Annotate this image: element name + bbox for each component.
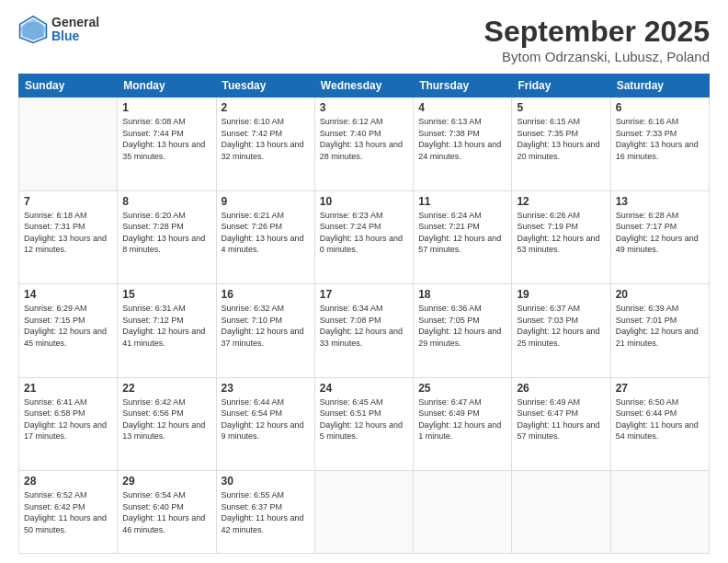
calendar-cell: 9Sunrise: 6:21 AM Sunset: 7:26 PM Daylig…: [216, 190, 314, 284]
logo: General Blue: [18, 15, 99, 44]
day-number: 19: [517, 288, 605, 301]
day-info: Sunrise: 6:49 AM Sunset: 6:47 PM Dayligh…: [517, 396, 605, 442]
day-number: 5: [517, 101, 605, 114]
day-number: 20: [616, 288, 704, 301]
day-info: Sunrise: 6:44 AM Sunset: 6:54 PM Dayligh…: [222, 396, 310, 442]
calendar-cell: 22Sunrise: 6:42 AM Sunset: 6:56 PM Dayli…: [118, 377, 216, 471]
day-number: 26: [517, 382, 605, 395]
calendar-cell: 17Sunrise: 6:34 AM Sunset: 7:08 PM Dayli…: [314, 284, 413, 378]
calendar-cell: [414, 471, 512, 554]
calendar-cell: 7Sunrise: 6:18 AM Sunset: 7:31 PM Daylig…: [19, 190, 118, 284]
day-number: 30: [222, 475, 310, 488]
day-info: Sunrise: 6:42 AM Sunset: 6:56 PM Dayligh…: [122, 396, 210, 442]
day-number: 2: [222, 101, 310, 114]
logo-text: General Blue: [51, 16, 99, 44]
weekday-header-sunday: Sunday: [19, 75, 118, 98]
day-info: Sunrise: 6:52 AM Sunset: 6:42 PM Dayligh…: [24, 489, 112, 535]
day-number: 12: [517, 195, 605, 208]
calendar-week-4: 21Sunrise: 6:41 AM Sunset: 6:58 PM Dayli…: [19, 377, 710, 471]
day-number: 25: [418, 382, 506, 395]
calendar-header: SundayMondayTuesdayWednesdayThursdayFrid…: [19, 75, 710, 98]
day-info: Sunrise: 6:31 AM Sunset: 7:12 PM Dayligh…: [122, 303, 210, 349]
calendar-body: 1Sunrise: 6:08 AM Sunset: 7:44 PM Daylig…: [19, 98, 710, 554]
day-info: Sunrise: 6:34 AM Sunset: 7:08 PM Dayligh…: [320, 303, 408, 349]
calendar-cell: 6Sunrise: 6:16 AM Sunset: 7:33 PM Daylig…: [610, 98, 709, 191]
calendar-cell: 4Sunrise: 6:13 AM Sunset: 7:38 PM Daylig…: [414, 98, 512, 191]
day-number: 22: [122, 382, 210, 395]
weekday-header-row: SundayMondayTuesdayWednesdayThursdayFrid…: [19, 75, 710, 98]
calendar-cell: 16Sunrise: 6:32 AM Sunset: 7:10 PM Dayli…: [216, 284, 314, 378]
calendar-cell: [610, 471, 709, 554]
day-info: Sunrise: 6:45 AM Sunset: 6:51 PM Dayligh…: [320, 396, 408, 442]
day-number: 13: [616, 195, 704, 208]
day-number: 21: [24, 382, 112, 395]
calendar-cell: 5Sunrise: 6:15 AM Sunset: 7:35 PM Daylig…: [512, 98, 610, 191]
day-number: 29: [122, 475, 210, 488]
calendar-week-1: 1Sunrise: 6:08 AM Sunset: 7:44 PM Daylig…: [19, 98, 710, 191]
calendar-cell: 25Sunrise: 6:47 AM Sunset: 6:49 PM Dayli…: [414, 377, 512, 471]
day-info: Sunrise: 6:15 AM Sunset: 7:35 PM Dayligh…: [517, 116, 605, 162]
title-block: September 2025 Bytom Odrzanski, Lubusz, …: [484, 15, 710, 64]
day-info: Sunrise: 6:13 AM Sunset: 7:38 PM Dayligh…: [418, 116, 506, 162]
calendar-cell: 30Sunrise: 6:55 AM Sunset: 6:37 PM Dayli…: [216, 471, 314, 554]
day-info: Sunrise: 6:08 AM Sunset: 7:44 PM Dayligh…: [122, 116, 210, 162]
day-info: Sunrise: 6:12 AM Sunset: 7:40 PM Dayligh…: [320, 116, 408, 162]
day-info: Sunrise: 6:37 AM Sunset: 7:03 PM Dayligh…: [517, 303, 605, 349]
day-info: Sunrise: 6:36 AM Sunset: 7:05 PM Dayligh…: [418, 303, 506, 349]
day-info: Sunrise: 6:10 AM Sunset: 7:42 PM Dayligh…: [222, 116, 310, 162]
day-info: Sunrise: 6:16 AM Sunset: 7:33 PM Dayligh…: [616, 116, 704, 162]
day-number: 17: [320, 288, 408, 301]
logo-icon: [18, 15, 48, 44]
logo-blue-text: Blue: [51, 29, 99, 43]
calendar-cell: 13Sunrise: 6:28 AM Sunset: 7:17 PM Dayli…: [610, 190, 709, 284]
calendar-cell: 15Sunrise: 6:31 AM Sunset: 7:12 PM Dayli…: [118, 284, 216, 378]
calendar-table: SundayMondayTuesdayWednesdayThursdayFrid…: [18, 74, 710, 554]
day-info: Sunrise: 6:29 AM Sunset: 7:15 PM Dayligh…: [24, 303, 112, 349]
calendar-cell: 8Sunrise: 6:20 AM Sunset: 7:28 PM Daylig…: [118, 190, 216, 284]
calendar-cell: 21Sunrise: 6:41 AM Sunset: 6:58 PM Dayli…: [19, 377, 118, 471]
calendar-cell: 27Sunrise: 6:50 AM Sunset: 6:44 PM Dayli…: [610, 377, 709, 471]
day-number: 10: [320, 195, 408, 208]
day-number: 6: [616, 101, 704, 114]
calendar-cell: 20Sunrise: 6:39 AM Sunset: 7:01 PM Dayli…: [610, 284, 709, 378]
logo-general-text: General: [51, 16, 99, 29]
day-number: 8: [122, 195, 210, 208]
day-number: 27: [616, 382, 704, 395]
calendar-cell: 24Sunrise: 6:45 AM Sunset: 6:51 PM Dayli…: [314, 377, 413, 471]
day-info: Sunrise: 6:28 AM Sunset: 7:17 PM Dayligh…: [616, 210, 704, 256]
weekday-header-wednesday: Wednesday: [314, 75, 413, 98]
weekday-header-thursday: Thursday: [414, 75, 512, 98]
day-number: 1: [122, 101, 210, 114]
day-info: Sunrise: 6:50 AM Sunset: 6:44 PM Dayligh…: [616, 396, 704, 442]
calendar-cell: 14Sunrise: 6:29 AM Sunset: 7:15 PM Dayli…: [19, 284, 118, 378]
day-info: Sunrise: 6:23 AM Sunset: 7:24 PM Dayligh…: [320, 210, 408, 256]
day-info: Sunrise: 6:20 AM Sunset: 7:28 PM Dayligh…: [122, 210, 210, 256]
calendar-cell: [19, 98, 118, 191]
day-info: Sunrise: 6:55 AM Sunset: 6:37 PM Dayligh…: [222, 489, 310, 535]
calendar-cell: 12Sunrise: 6:26 AM Sunset: 7:19 PM Dayli…: [512, 190, 610, 284]
day-info: Sunrise: 6:54 AM Sunset: 6:40 PM Dayligh…: [122, 489, 210, 535]
calendar-cell: 29Sunrise: 6:54 AM Sunset: 6:40 PM Dayli…: [118, 471, 216, 554]
day-number: 28: [24, 475, 112, 488]
weekday-header-tuesday: Tuesday: [216, 75, 314, 98]
calendar-week-5: 28Sunrise: 6:52 AM Sunset: 6:42 PM Dayli…: [19, 471, 710, 554]
day-number: 24: [320, 382, 408, 395]
day-info: Sunrise: 6:47 AM Sunset: 6:49 PM Dayligh…: [418, 396, 506, 442]
day-number: 16: [222, 288, 310, 301]
calendar-cell: 23Sunrise: 6:44 AM Sunset: 6:54 PM Dayli…: [216, 377, 314, 471]
calendar-cell: 10Sunrise: 6:23 AM Sunset: 7:24 PM Dayli…: [314, 190, 413, 284]
calendar-cell: 18Sunrise: 6:36 AM Sunset: 7:05 PM Dayli…: [414, 284, 512, 378]
day-number: 9: [222, 195, 310, 208]
calendar-cell: 3Sunrise: 6:12 AM Sunset: 7:40 PM Daylig…: [314, 98, 413, 191]
weekday-header-monday: Monday: [118, 75, 216, 98]
day-info: Sunrise: 6:32 AM Sunset: 7:10 PM Dayligh…: [222, 303, 310, 349]
day-info: Sunrise: 6:21 AM Sunset: 7:26 PM Dayligh…: [222, 210, 310, 256]
calendar-cell: [314, 471, 413, 554]
calendar-cell: [512, 471, 610, 554]
calendar-cell: 28Sunrise: 6:52 AM Sunset: 6:42 PM Dayli…: [19, 471, 118, 554]
day-number: 11: [418, 195, 506, 208]
day-number: 4: [418, 101, 506, 114]
day-info: Sunrise: 6:18 AM Sunset: 7:31 PM Dayligh…: [24, 210, 112, 256]
month-title: September 2025: [484, 15, 710, 49]
weekday-header-friday: Friday: [512, 75, 610, 98]
